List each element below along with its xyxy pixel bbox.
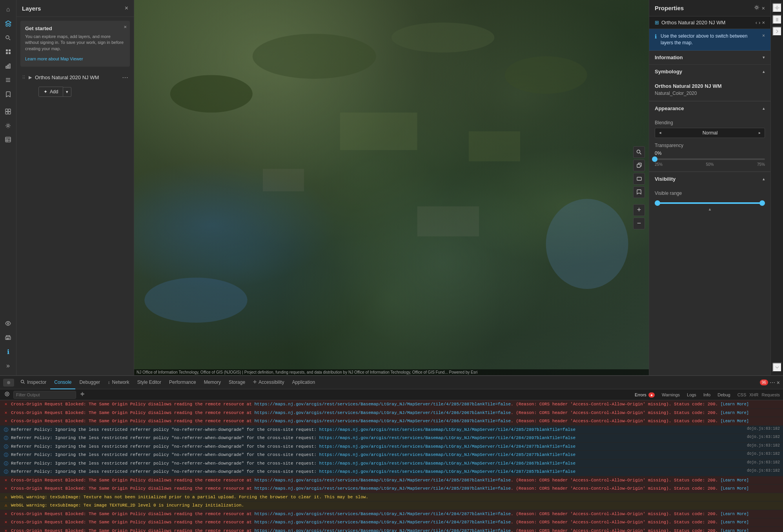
properties-close-button[interactable]: × <box>762 5 765 11</box>
filter-input[interactable] <box>13 391 76 399</box>
info-tooltip-close[interactable]: × <box>762 33 765 38</box>
sidebar-icon-search[interactable] <box>2 31 15 44</box>
far-right-collapse[interactable] <box>772 15 782 24</box>
far-right-settings[interactable] <box>772 3 782 13</box>
sidebar-icon-basemap[interactable] <box>2 45 15 58</box>
console-link[interactable]: https://maps.nj.gov/arcgis/rest/services… <box>255 402 511 407</box>
devtools-more-button[interactable]: ⋯ <box>770 379 775 386</box>
toolbar-css-label: CSS <box>737 392 747 397</box>
layer-menu-button[interactable]: ⋯ <box>122 74 128 81</box>
console-link[interactable]: https://maps.nj.gov/arcgis/rest/services… <box>255 410 511 415</box>
sidebar-icon-table[interactable] <box>2 133 15 146</box>
tab-accessibility[interactable]: ✛ Accessibility <box>249 376 288 389</box>
console-link[interactable]: https://maps.nj.gov/arcgis/rest/services… <box>319 469 576 474</box>
map-area[interactable]: + − NJ Office of Information Technology,… <box>134 0 649 375</box>
symbology-section-header[interactable]: Symbology ▴ <box>649 65 770 78</box>
map-view-button[interactable] <box>633 173 645 185</box>
symbology-section-toggle: ▴ <box>763 69 765 74</box>
console-link[interactable]: https://maps.nj.gov/arcgis/rest/services… <box>319 461 576 466</box>
svg-point-0 <box>6 36 9 39</box>
layers-panel-close[interactable]: × <box>125 5 128 12</box>
transparency-slider-thumb[interactable] <box>652 156 657 162</box>
tab-debugger[interactable]: Debugger <box>75 376 104 389</box>
console-link[interactable]: https://maps.nj.gov/arcgis/rest/services… <box>319 444 576 449</box>
console-line-icon: ⚠ <box>3 494 9 499</box>
learn-more-link[interactable]: [Learn More] <box>721 402 749 407</box>
right-tab-logs[interactable]: Logs <box>684 392 699 398</box>
sidebar-icon-home[interactable]: ⌂ <box>2 3 15 16</box>
console-link[interactable]: https://maps.nj.gov/arcgis/rest/services… <box>319 427 576 432</box>
tab-network[interactable]: ↕ Network <box>104 376 133 389</box>
tab-performance[interactable]: Performance <box>165 376 200 389</box>
console-link[interactable]: https://maps.nj.gov/arcgis/rest/services… <box>255 486 511 491</box>
learn-more-link[interactable]: [Learn More] <box>721 512 749 516</box>
sidebar-icon-bookmark[interactable] <box>2 88 15 100</box>
range-thumb-right[interactable] <box>759 200 765 206</box>
sidebar-icon-list[interactable] <box>2 74 15 86</box>
tab-style-editor[interactable]: Style Editor <box>133 376 165 389</box>
toolbar-clear[interactable] <box>3 391 11 398</box>
console-line-text: Cross-Origin Request Blocked: The Same O… <box>11 485 780 492</box>
tab-console[interactable]: Console <box>50 376 75 389</box>
console-link[interactable]: https://maps.nj.gov/arcgis/rest/services… <box>255 512 511 516</box>
layer-selector-prev[interactable]: ‹ <box>756 20 757 25</box>
layer-selector-next[interactable]: › <box>759 20 760 25</box>
right-tab-warnings[interactable]: Warnings <box>659 392 683 398</box>
svg-rect-6 <box>5 112 8 114</box>
layer-selector-close[interactable]: × <box>762 20 765 25</box>
add-layer-button[interactable]: ✦ Add <box>38 87 63 97</box>
learn-more-link[interactable]: [Learn More] <box>721 529 749 532</box>
learn-more-link[interactable]: [Learn More] <box>721 487 749 491</box>
add-layer-dropdown[interactable]: ▾ <box>63 87 71 97</box>
blending-select[interactable]: ◂ Normal ▸ <box>655 128 765 138</box>
sidebar-icon-layers[interactable] <box>2 17 15 30</box>
visible-range-label: Visible range <box>655 191 765 196</box>
toolbar-settings[interactable] <box>78 391 86 398</box>
console-link[interactable]: https://maps.nj.gov/arcgis/rest/services… <box>319 452 576 457</box>
sidebar-icon-analysis[interactable] <box>2 60 15 72</box>
banner-close-button[interactable]: × <box>124 24 127 30</box>
right-tab-info[interactable]: Info <box>700 392 714 398</box>
far-right-expand[interactable] <box>772 27 782 36</box>
tab-storage[interactable]: Storage <box>225 376 249 389</box>
learn-more-link[interactable]: [Learn More] <box>721 411 749 415</box>
map-zoom-out[interactable]: − <box>633 218 645 229</box>
learn-more-link[interactable]: [Learn More] <box>721 419 749 423</box>
sidebar-icon-info-active[interactable]: ℹ <box>2 345 15 358</box>
layer-expand-button[interactable]: ▶ <box>29 75 32 80</box>
console-link[interactable]: https://maps.nj.gov/arcgis/rest/services… <box>319 436 576 440</box>
sidebar-icon-settings[interactable] <box>2 119 15 132</box>
map-copy-button[interactable] <box>633 160 645 171</box>
appearance-section-header[interactable]: Appearance ▴ <box>649 101 770 115</box>
devtools-close-button[interactable]: × <box>777 379 780 386</box>
far-right-bottom[interactable] <box>772 363 782 372</box>
tab-application[interactable]: Application <box>288 376 319 389</box>
sidebar-icon-view[interactable] <box>2 317 15 330</box>
learn-more-link[interactable]: [Learn More] <box>721 478 749 483</box>
sidebar-icon-fields[interactable] <box>2 105 15 118</box>
layer-drag-handle[interactable]: ⠿ <box>22 75 25 80</box>
tab-memory[interactable]: Memory <box>200 376 225 389</box>
console-link[interactable]: https://maps.nj.gov/arcgis/rest/services… <box>255 419 511 423</box>
layer-selector-bar[interactable]: ⊞ Orthos Natural 2020 NJ WM ‹ › × <box>649 16 770 29</box>
layer-selector-name: Orthos Natural 2020 NJ WM <box>661 20 756 25</box>
right-tab-debug[interactable]: Debug <box>714 392 733 398</box>
banner-link[interactable]: Learn more about Map Viewer <box>25 56 83 61</box>
map-search-button[interactable] <box>633 146 645 158</box>
range-thumb-left[interactable] <box>655 200 660 206</box>
console-line-text: Referrer Policy: Ignoring the less restr… <box>11 435 741 441</box>
sidebar-icon-print[interactable] <box>2 331 15 344</box>
map-zoom-in[interactable]: + <box>633 204 645 216</box>
right-tab-errors[interactable]: Errors ● <box>632 392 658 398</box>
devtools-window-button[interactable] <box>3 379 14 387</box>
sidebar-icon-expand[interactable]: » <box>2 360 15 372</box>
information-section-header[interactable]: Information ▾ <box>649 51 770 65</box>
tab-inspector[interactable]: Inspector <box>16 376 50 389</box>
console-link[interactable]: https://maps.nj.gov/arcgis/rest/services… <box>255 528 511 532</box>
learn-more-link[interactable]: [Learn More] <box>721 520 749 525</box>
console-link[interactable]: https://maps.nj.gov/arcgis/rest/services… <box>255 520 511 525</box>
console-link[interactable]: https://maps.nj.gov/arcgis/rest/services… <box>255 478 511 483</box>
map-bookmark-button[interactable] <box>633 186 645 198</box>
visibility-section-header[interactable]: Visibility ▴ <box>649 172 770 186</box>
properties-settings-button[interactable] <box>754 5 759 11</box>
